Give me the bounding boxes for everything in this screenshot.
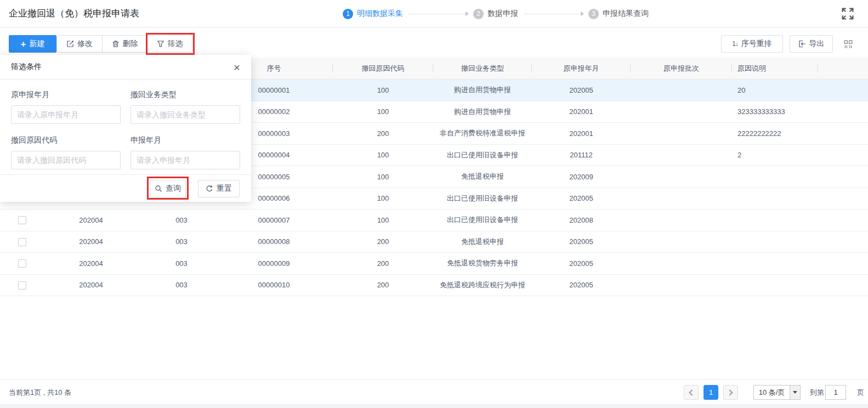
filter-field-input-1[interactable]: [131, 105, 240, 124]
new-button[interactable]: + 新建: [9, 35, 56, 53]
table-cell: 202005: [532, 259, 631, 268]
dropdown-arrow-icon[interactable]: [790, 386, 800, 399]
table-cell: 2: [732, 151, 818, 159]
filter-panel: 筛选条件 × 原申报年月撤回业务类型撤回原因代码申报年月 查询 重置: [0, 55, 251, 202]
prev-page-button[interactable]: [684, 385, 699, 400]
table-row[interactable]: 20200400300000007100出口已使用旧设备申报202008: [0, 209, 868, 231]
goto-page-label: 到第: [810, 380, 824, 405]
table-cell: 100: [333, 86, 433, 94]
bottom-strip: [0, 404, 868, 408]
table-cell: 00000007: [215, 216, 333, 224]
table-cell: 00000008: [215, 237, 333, 246]
query-button-label: 查询: [166, 184, 181, 194]
table-cell: 100: [333, 194, 433, 202]
filter-panel-title: 筛选条件: [11, 62, 42, 72]
step-3[interactable]: 3申报结果查询: [588, 9, 649, 19]
reset-button[interactable]: 重置: [198, 180, 240, 197]
filter-field-input-2[interactable]: [11, 151, 121, 169]
fullscreen-icon[interactable]: [842, 8, 854, 20]
table-row[interactable]: 20200400300000008200免抵退税申报202005: [0, 231, 868, 253]
table-cell: 202001: [532, 129, 631, 138]
table-cell: 20: [732, 86, 818, 94]
checkbox-cell: [0, 237, 34, 246]
delete-button[interactable]: 删除: [102, 36, 147, 52]
table-cell: 非自产消费税特准退税申报: [433, 128, 532, 138]
plus-icon: +: [21, 39, 26, 49]
table-row[interactable]: 20200400300000010200免抵退税跨境应税行为申报202005: [0, 275, 868, 297]
table-cell: 200: [333, 281, 433, 289]
filter-field: 撤回业务类型: [131, 86, 240, 124]
table-cell: 00000010: [215, 281, 333, 289]
trash-icon: [112, 40, 120, 48]
table-cell: 202004: [34, 216, 148, 224]
row-checkbox[interactable]: [18, 259, 26, 268]
goto-page-input[interactable]: [825, 385, 846, 400]
page-size-value: 10 条/页: [754, 388, 790, 398]
row-checkbox[interactable]: [18, 216, 26, 224]
edit-button[interactable]: 修改: [57, 36, 102, 52]
query-button[interactable]: 查询: [150, 180, 186, 197]
filter-button[interactable]: 筛选: [147, 36, 192, 52]
filter-panel-body: 原申报年月撤回业务类型撤回原因代码申报年月: [0, 80, 251, 177]
table-cell: 22222222222: [732, 129, 818, 138]
filter-field-label: 申报年月: [131, 135, 240, 145]
col-header: 原因说明: [732, 64, 818, 73]
table-cell: 200: [333, 237, 433, 246]
step-label: 申报结果查询: [603, 9, 649, 19]
export-button-label: 导出: [809, 39, 825, 49]
filter-field-input-3[interactable]: [131, 151, 240, 169]
table-cell: 100: [333, 216, 433, 224]
filter-field-label: 原申报年月: [11, 90, 121, 100]
table-cell: 202005: [532, 281, 631, 289]
table-cell: 003: [148, 281, 215, 289]
table-cell: 出口已使用旧设备申报: [433, 194, 532, 203]
filter-panel-footer: 查询 重置: [0, 174, 251, 202]
filter-field-input-0[interactable]: [11, 105, 121, 124]
row-checkbox[interactable]: [18, 281, 26, 290]
export-icon: [798, 40, 806, 48]
table-cell: 200: [333, 129, 433, 138]
stepper: 1明细数据采集2数据申报3申报结果查询: [343, 0, 649, 27]
table-cell: 003: [148, 216, 215, 224]
step-label: 数据申报: [487, 9, 518, 19]
export-button[interactable]: 导出: [790, 35, 833, 53]
goto-page-unit: 页: [857, 380, 864, 405]
table-cell: 出口已使用旧设备申报: [433, 150, 532, 160]
edit-button-label: 修改: [77, 39, 93, 49]
arrow-right-icon: [466, 12, 469, 16]
reset-button-label: 重置: [217, 184, 232, 194]
next-page-button[interactable]: [723, 385, 738, 400]
reorder-button[interactable]: 1↓ 序号重排: [721, 35, 783, 53]
table-cell: 202005: [532, 237, 631, 246]
top-bar: 企业撤回退（免）税申报申请表 1明细数据采集2数据申报3申报结果查询: [0, 0, 868, 27]
column-settings-icon[interactable]: [842, 40, 854, 49]
reorder-button-label: 序号重排: [741, 39, 772, 49]
filter-field-label: 撤回业务类型: [131, 90, 240, 100]
step-1[interactable]: 1明细数据采集: [343, 9, 403, 19]
table-cell: 202001: [532, 107, 631, 116]
page-size-select[interactable]: 10 条/页: [753, 385, 801, 400]
col-header: 撤回业务类型: [433, 64, 532, 73]
page-1-button[interactable]: 1: [704, 385, 718, 400]
step-number: 1: [343, 9, 353, 19]
col-header: 原申报年月: [532, 64, 631, 73]
table-cell: 202008: [532, 216, 631, 224]
step-2[interactable]: 2数据申报: [473, 9, 518, 19]
toolbar-button-group: 修改 删除 筛选: [56, 35, 192, 53]
filter-button-label: 筛选: [168, 39, 183, 49]
arrow-right-icon: [581, 12, 584, 16]
checkbox-cell: [0, 259, 34, 268]
table-cell: 323333333333: [732, 107, 818, 116]
step-connector: [524, 14, 582, 14]
row-checkbox[interactable]: [18, 238, 26, 246]
table-row[interactable]: 20200400300000009200免抵退税货物劳务申报202005: [0, 253, 868, 275]
step-connector: [409, 14, 467, 14]
table-cell: 100: [333, 173, 433, 181]
filter-field: 撤回原因代码: [11, 132, 121, 169]
search-icon: [155, 185, 162, 192]
sort-icon: 1↓: [732, 40, 738, 48]
page-title: 企业撤回退（免）税申报申请表: [9, 0, 139, 27]
close-icon[interactable]: ×: [234, 61, 240, 73]
reset-icon: [206, 185, 213, 192]
footer-bar: 当前第1页 , 共10 条 1 10 条/页 到第 页: [0, 379, 868, 404]
